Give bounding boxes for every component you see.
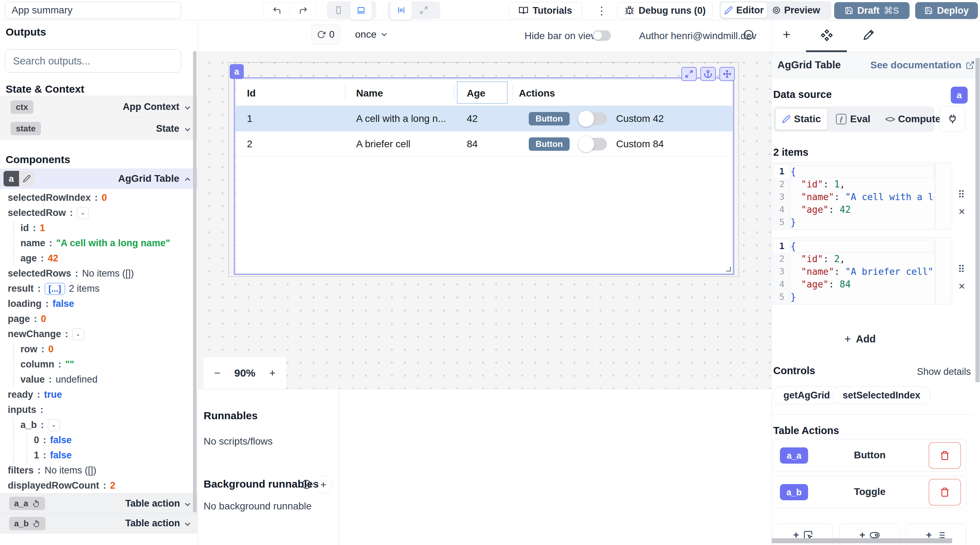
mode-compute[interactable]: <> Compute (879, 108, 947, 130)
runnables-empty-label: No scripts/flows (204, 436, 273, 447)
json-editor-item-1[interactable]: 1 2 3 4 5 { "id": 1, "name": "A cell wit… (773, 163, 952, 230)
component-tag[interactable]: a (230, 64, 244, 79)
table-action-row-a_b[interactable]: a_b Table action (0, 513, 198, 533)
cell-age: 84 (467, 131, 478, 157)
table-actions-title: Table Actions (773, 425, 839, 437)
state-row[interactable]: state State (0, 118, 198, 140)
indent-guide (13, 419, 14, 464)
canvas-toolbar: 0 once Hide bar on view Author henri@win… (198, 21, 772, 52)
column-header-id[interactable]: Id (247, 88, 256, 99)
column-separator[interactable] (512, 85, 513, 100)
column-header-actions[interactable]: Actions (519, 88, 555, 99)
preview-tab[interactable]: Preview (772, 2, 820, 18)
editor-tab-label: Editor (736, 5, 764, 16)
external-link-icon (966, 61, 975, 70)
expand-component-button[interactable] (681, 67, 697, 81)
tab-styling[interactable] (863, 29, 875, 41)
undo-button[interactable] (264, 2, 290, 19)
resize-handle[interactable] (726, 267, 731, 272)
row-action-button[interactable]: Button (529, 137, 570, 151)
tab-component-settings[interactable] (821, 29, 833, 41)
rename-component-button[interactable] (19, 171, 35, 186)
run-frequency-dropdown[interactable]: once (355, 25, 386, 45)
table-action-card-a_a[interactable]: Button a_a (773, 439, 966, 472)
editor-preview-toggle: Editor Preview (719, 1, 831, 19)
redo-button[interactable] (290, 2, 317, 19)
column-header-age[interactable]: Age (467, 88, 485, 99)
refresh-button[interactable]: 0 (312, 25, 340, 45)
center-layout-button[interactable] (390, 1, 412, 20)
table-action-row-a_a[interactable]: a_a Table action (0, 493, 198, 513)
undo-redo-group (263, 2, 317, 19)
settings-header: AgGrid Table See documentation (772, 52, 980, 78)
row-toggle[interactable] (579, 112, 607, 125)
control-setSelectedIndex-button[interactable]: setSelectedIndex (832, 386, 931, 405)
json-editor-item-2[interactable]: 1 2 3 4 5 { "id": 2, "name": "A briefer … (773, 237, 952, 304)
draft-button[interactable]: Draft ⌘S (834, 2, 910, 19)
connect-data-button[interactable] (940, 107, 966, 132)
more-menu-button[interactable]: ⋮ (595, 2, 609, 19)
editor-ruler (935, 238, 935, 304)
collapse-chip[interactable]: - (77, 207, 89, 219)
search-outputs-input[interactable] (5, 49, 181, 73)
component-a-header[interactable]: a AgGrid Table (0, 168, 198, 189)
ctx-row[interactable]: ctx App Context (0, 96, 198, 118)
table-row-2[interactable]: 2 A briefer cell 84 Button Custom 84 (235, 131, 732, 157)
cell-id: 1 (247, 106, 253, 131)
app-summary-input[interactable] (5, 2, 181, 19)
mobile-view-button[interactable] (330, 6, 347, 14)
row-toggle[interactable] (579, 138, 607, 150)
expand-array-chip[interactable]: [...] (45, 283, 65, 295)
add-item-button[interactable]: + Add (845, 333, 876, 346)
cell-age: 42 (467, 106, 478, 131)
output-row: loading:false (0, 296, 192, 311)
top-toolbar: Tutorials ⋮ Debug runs (0) Editor Previe… (0, 0, 980, 21)
runnables-panel: Runnables No scripts/flows Background ru… (198, 389, 772, 545)
delete-item-button[interactable]: × (959, 205, 965, 218)
canvas-zoom-control: − 90% + (204, 357, 286, 389)
vertical-scrollbar[interactable] (975, 58, 980, 382)
see-documentation-link[interactable]: See documentation (870, 59, 975, 71)
delete-action-button[interactable] (929, 479, 961, 505)
smartphone-icon (334, 6, 343, 14)
table-row-1[interactable]: 1 A cell with a long n... 42 Button Cust… (235, 106, 732, 131)
component-settings-panel: AgGrid Table See documentation Data sour… (772, 21, 980, 545)
horizontal-scrollbar[interactable] (772, 538, 952, 543)
delete-action-button[interactable] (929, 442, 961, 469)
collapse-chip[interactable]: - (48, 419, 60, 431)
save-icon (845, 6, 853, 15)
runnables-title: Runnables (204, 410, 258, 422)
deploy-button[interactable]: Deploy (915, 2, 978, 19)
debug-runs-button[interactable]: Debug runs (0) (617, 2, 713, 19)
table-action-card-a_b[interactable]: Toggle a_b (773, 476, 966, 508)
collapse-chip[interactable]: - (72, 328, 84, 340)
drag-handle-icon[interactable]: ⠿ (958, 263, 965, 275)
move-component-button[interactable] (719, 67, 735, 81)
indent-guide (13, 221, 14, 266)
aggrid-table-component[interactable]: Id Name Age Actions 1 A cell with a long… (235, 79, 733, 273)
anchor-component-button[interactable] (700, 67, 716, 81)
plus-icon: + (845, 333, 851, 346)
zoom-in-button[interactable]: + (269, 367, 275, 379)
chevron-down-icon (185, 500, 191, 506)
add-background-runnable-button[interactable]: + (314, 476, 332, 494)
delete-item-button[interactable]: × (959, 280, 965, 293)
fullwidth-layout-button[interactable] (415, 6, 433, 14)
row-action-button[interactable]: Button (529, 112, 570, 126)
tab-insert-component[interactable] (781, 29, 792, 40)
zoom-out-button[interactable]: − (214, 367, 221, 379)
mode-eval[interactable]: ƒ Eval (830, 108, 877, 130)
drag-handle-icon[interactable]: ⠿ (958, 189, 965, 201)
outputs-title: Outputs (6, 26, 46, 38)
toggle-label: Custom 42 (616, 113, 663, 124)
hide-bar-toggle[interactable] (592, 30, 611, 41)
editor-tab[interactable]: Editor (721, 2, 767, 18)
show-details-link[interactable]: Show details (917, 367, 971, 377)
tutorials-button[interactable]: Tutorials (509, 2, 582, 19)
column-header-name[interactable]: Name (356, 88, 383, 99)
desktop-view-button[interactable] (350, 1, 372, 20)
mode-static[interactable]: Static (775, 108, 827, 130)
control-getAgGrid-button[interactable]: getAgGrid (773, 386, 840, 405)
sidebar-scrollbar[interactable] (193, 51, 197, 513)
components-icon (821, 29, 833, 41)
